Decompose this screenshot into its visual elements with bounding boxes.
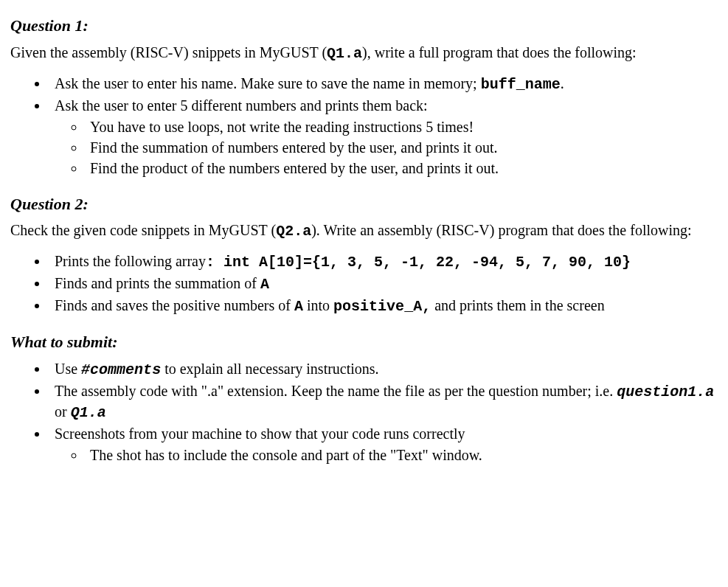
q1-heading: Question 1: [10,15,715,37]
text: You have to use loops, not write the rea… [90,119,474,135]
text: Ask the user to enter 5 different number… [55,97,428,114]
q2-heading: Question 2: [10,193,715,215]
text: Ask the user to enter his name. Make sur… [55,75,481,91]
list-item: Use #comments to explain all necessary i… [49,359,715,380]
code-filename1: question1.a [617,383,714,400]
list-item: You have to use loops, not write the rea… [86,117,715,137]
text: . [561,75,564,91]
text: The shot has to include the console and … [90,447,482,463]
code-q1a: Q1.a [327,45,362,62]
q1-intro: Given the assembly (RISC-V) snippets in … [10,43,715,63]
list-item: Find the product of the numbers entered … [86,159,715,178]
list-item: The assembly code with ".a" extension. K… [49,381,715,423]
q2-bullets: Prints the following array: int A[10]={1… [10,251,715,316]
q1-bullets: Ask the user to enter his name. Make sur… [10,74,715,178]
text: Use [55,361,81,377]
code-buff-name: buff_name [481,76,561,93]
code-comments: #comments [81,361,161,378]
text: ), write a full program that does the fo… [362,44,637,60]
text: or [55,403,71,420]
submit-bullets: Use #comments to explain all necessary i… [10,359,715,465]
text: Given the assembly (RISC-V) snippets in … [10,44,327,60]
q1-sub-bullets: You have to use loops, not write the rea… [55,117,715,178]
code-a: A [294,298,303,315]
code-positive-a: positive_A, [333,298,431,315]
text: Prints the following array [55,253,206,269]
list-item: Prints the following array: int A[10]={1… [49,251,715,272]
text: Find the product of the numbers entered … [90,160,499,176]
code-a: A [260,276,269,293]
list-item: Finds and saves the positive numbers of … [49,296,715,316]
list-item: Screenshots from your machine to show th… [49,424,715,465]
text: Finds and prints the summation of [55,275,260,291]
list-item: Finds and prints the summation of A [49,274,715,294]
code-array-decl: : int A[10]={1, 3, 5, -1, 22, -94, 5, 7,… [206,254,631,271]
text: into [303,297,333,313]
submit-sub-bullets: The shot has to include the console and … [55,445,715,465]
code-filename2: Q1.a [71,404,106,421]
list-item: Find the summation of numbers entered by… [86,138,715,158]
list-item: Ask the user to enter his name. Make sur… [49,74,715,94]
text: Screenshots from your machine to show th… [55,426,465,442]
list-item: The shot has to include the console and … [86,445,715,465]
text: Find the summation of numbers entered by… [90,139,497,156]
text: Check the given code snippets in MyGUST … [10,222,276,238]
text: and prints them in the screen [431,297,605,313]
text: Finds and saves the positive numbers of [55,297,294,313]
q2-intro: Check the given code snippets in MyGUST … [10,220,715,241]
code-q2a: Q2.a [276,223,311,240]
text: to explain all necessary instructions. [161,361,378,377]
submit-heading: What to submit: [10,331,715,353]
text: ). Write an assembly (RISC-V) program th… [311,222,691,238]
list-item: Ask the user to enter 5 different number… [49,96,715,178]
text: The assembly code with ".a" extension. K… [55,383,617,399]
